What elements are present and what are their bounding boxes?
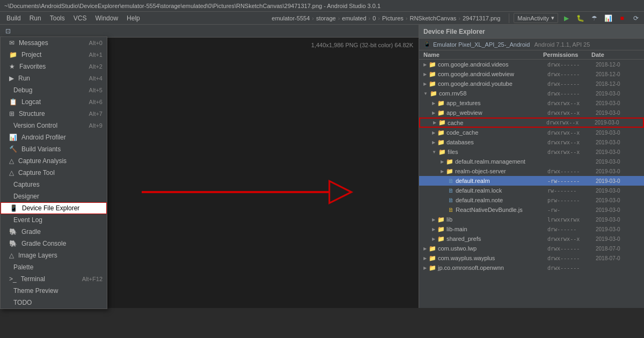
device-icon: 📱 — [423, 41, 431, 48]
file-name: default.realm.management — [455, 158, 525, 165]
menu-theme-preview[interactable]: Theme Preview — [1, 285, 107, 297]
device-row: 📱 Emulator Pixel_XL_API_25-_Android Andr… — [419, 39, 644, 50]
menu-capture-tool[interactable]: △ Capture Tool — [1, 167, 107, 179]
folder-icon: 📁 — [429, 71, 436, 78]
menu-captures[interactable]: Captures — [1, 179, 107, 190]
device-label: Emulator Pixel_XL_API_25-_Android — [433, 41, 530, 48]
folder-icon: 📁 — [437, 216, 445, 223]
tree-row[interactable]: ▶ 📁 com.ustwo.lwp drwx------ 2018-07-0 — [419, 244, 644, 253]
tree-row[interactable]: 🗎 ReactNativeDevBundle.js -rw- 2019-03-0 — [419, 205, 644, 215]
debug-button[interactable]: 🐛 — [574, 12, 586, 24]
stop-button[interactable]: ■ — [616, 12, 628, 24]
zoom-fit-button[interactable]: ⊡ — [2, 25, 14, 37]
menu-gradle[interactable]: 🐘 Gradle — [1, 226, 107, 238]
tree-row[interactable]: ▶ 📁 lib-main drw------ 2019-03-0 — [419, 224, 644, 234]
run-button[interactable]: ▶ — [560, 12, 572, 24]
menu-run-item[interactable]: ▶ Run Alt+4 — [1, 72, 107, 84]
menu-palette[interactable]: Palette — [1, 261, 107, 273]
menu-structure[interactable]: ⊞ Structure Alt+7 — [1, 108, 107, 120]
breadcrumb-rnsketchcanvas[interactable]: RNSketchCanvas — [409, 15, 456, 21]
file-perms: drwx------ — [547, 265, 596, 271]
tree-row[interactable]: ▼ 📁 files drwxrwx--x 2019-03-0 — [419, 147, 644, 157]
menu-project[interactable]: 📁 Project Alt+1 — [1, 49, 107, 61]
cache-row[interactable]: ▶ 📁 cache drwxrwx--x 2019-03-0 — [419, 117, 644, 128]
profile-button[interactable]: 📊 — [602, 12, 614, 24]
chevron-right-icon: ▶ — [432, 101, 435, 106]
breadcrumb-storage[interactable]: storage — [316, 15, 336, 21]
tree-row[interactable]: ▶ 📁 app_webview drwxrwx--x 2019-03-0 — [419, 108, 644, 117]
menu-build[interactable]: Build — [2, 13, 25, 23]
file-name: ReactNativeDevBundle.js — [456, 207, 523, 213]
menu-favorites[interactable]: ★ Favorites Alt+2 — [1, 61, 107, 72]
menu-designer[interactable]: Designer — [1, 190, 107, 202]
menu-debug[interactable]: Debug Alt+5 — [1, 84, 107, 96]
svg-marker-1 — [330, 181, 352, 203]
menu-terminal[interactable]: >_ Terminal Alt+F12 — [1, 273, 107, 285]
file-name: lib — [447, 216, 452, 223]
sync-button[interactable]: ⟳ — [630, 12, 642, 24]
coverage-button[interactable]: ☂ — [588, 12, 600, 24]
run-config-label: MainActivity — [517, 15, 549, 21]
menu-version-control[interactable]: Version Control Alt+9 — [1, 120, 107, 131]
breadcrumb-emulated[interactable]: emulated — [342, 15, 366, 21]
file-date: 2019-03-0 — [596, 100, 644, 106]
menu-android-profiler[interactable]: 📊 Android Profiler — [1, 131, 107, 143]
file-name: com.google.android.youtube — [438, 80, 513, 87]
menu-run[interactable]: Run — [25, 13, 46, 23]
file-perms: drwx------ — [547, 62, 596, 68]
tree-row[interactable]: ▶ 📁 realm-object-server drwx------ 2019-… — [419, 166, 644, 176]
file-perms: drwx------ — [547, 246, 596, 252]
file-perms: drwxrwx--x — [547, 139, 596, 145]
chevron-right-icon: ▶ — [432, 130, 435, 135]
menu-tools[interactable]: Tools — [46, 13, 69, 23]
build-variants-icon: 🔨 — [9, 145, 17, 153]
menu-build-variants[interactable]: 🔨 Build Variants — [1, 143, 107, 155]
tree-row[interactable]: ▶ 📁 shared_prefs drwxrwx--x 2019-03-0 — [419, 234, 644, 244]
menu-image-layers[interactable]: △ Image Layers — [1, 249, 107, 261]
run-config-dropdown[interactable]: MainActivity ▾ — [514, 13, 558, 23]
tree-row[interactable]: ▼ 📁 com.rnv58 drwx------ 2019-03-0 — [419, 89, 644, 98]
menu-todo[interactable]: TODO — [1, 297, 107, 308]
file-perms: -rw- — [547, 207, 596, 213]
tree-row[interactable]: ▶ 📁 jp.co.omronsoft.openwnn drwx------ — [419, 263, 644, 273]
tree-row[interactable]: ▶ 📁 com.wayplus.wayplus drwx------ 2018-… — [419, 253, 644, 263]
tree-row[interactable]: ▶ 📁 com.google.android.webview drwx-----… — [419, 69, 644, 79]
file-name: files — [448, 149, 458, 155]
menu-device-file-explorer[interactable]: 📱 Device File Explorer — [1, 202, 107, 214]
favorites-icon: ★ — [9, 63, 15, 70]
menu-vcs[interactable]: VCS — [69, 13, 91, 23]
menu-messages[interactable]: ✉ Messages Alt+0 — [1, 37, 107, 49]
tree-row[interactable]: ▶ 📁 lib lrwxrwxrwx 2019-03-0 — [419, 215, 644, 224]
device-file-explorer-panel: Device File Explorer 📱 Emulator Pixel_XL… — [419, 25, 644, 308]
file-date: 2019-03-0 — [596, 197, 644, 203]
file-date: 2018-07-0 — [596, 246, 644, 252]
tree-row[interactable]: ▶ 📁 databases drwxrwx--x 2019-03-0 — [419, 137, 644, 147]
tree-row[interactable]: 🗎 default.realm.lock rw------- 2019-03-0 — [419, 186, 644, 195]
menu-gradle-console[interactable]: 🐘 Gradle Console — [1, 238, 107, 249]
android-profiler-icon: 📊 — [9, 134, 17, 141]
folder-icon: 📁 — [429, 61, 436, 68]
file-name: default.realm.note — [456, 197, 503, 203]
chevron-right-icon: ▶ — [432, 227, 435, 232]
breadcrumb-0[interactable]: 0 — [372, 15, 376, 21]
default-realm-row[interactable]: 🗎 default.realm -rw------- 2019-03-0 — [419, 176, 644, 186]
breadcrumb-emulator[interactable]: emulator-5554 — [272, 15, 310, 21]
tree-row[interactable]: ▶ 📁 com.google.android.youtube drwx-----… — [419, 79, 644, 89]
tree-row[interactable]: ▶ 📁 code_cache drwxrwx--x 2019-03-0 — [419, 128, 644, 137]
chevron-right-icon: ▶ — [432, 111, 435, 115]
file-tree[interactable]: ▶ 📁 com.google.android.videos drwx------… — [419, 60, 644, 308]
tree-row[interactable]: 🗎 default.realm.note prw------- 2019-03-… — [419, 195, 644, 205]
menu-capture-analysis[interactable]: △ Capture Analysis — [1, 155, 107, 167]
chevron-right-icon: ▶ — [423, 266, 427, 270]
tree-row[interactable]: ▶ 📁 default.realm.management 2019-03-0 — [419, 157, 644, 166]
menu-logcat[interactable]: 📋 Logcat Alt+6 — [1, 96, 107, 108]
menu-event-log[interactable]: Event Log — [1, 214, 107, 226]
folder-icon: 📁 — [429, 80, 436, 87]
breadcrumb-file[interactable]: 29471317.png — [463, 15, 500, 21]
logcat-icon: 📋 — [9, 98, 17, 106]
menu-window[interactable]: Window — [91, 13, 122, 23]
breadcrumb-pictures[interactable]: Pictures — [382, 15, 404, 21]
menu-help[interactable]: Help — [122, 13, 144, 23]
tree-row[interactable]: ▶ 📁 app_textures drwxrwx--x 2019-03-0 — [419, 98, 644, 108]
tree-row[interactable]: ▶ 📁 com.google.android.videos drwx------… — [419, 60, 644, 69]
